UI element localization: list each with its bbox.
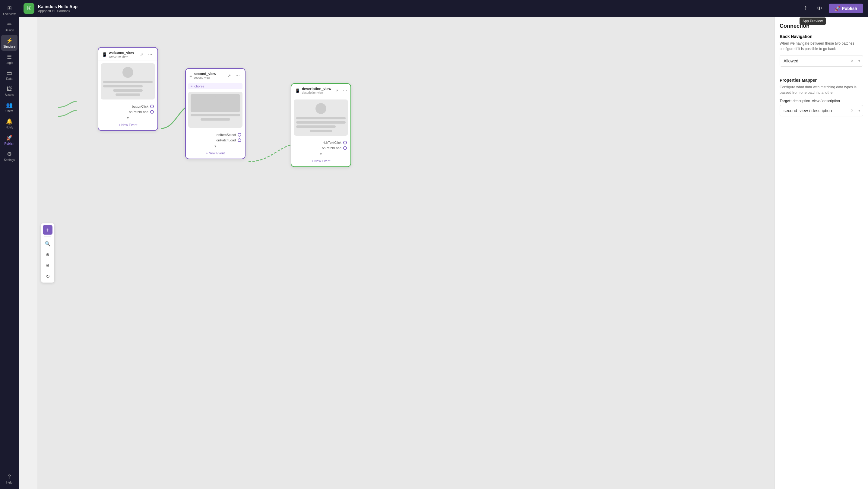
description-events: richTextClick onPatchLoad ▾ + New Event (291, 138, 350, 166)
allowed-clear-icon[interactable]: × (851, 58, 854, 64)
description-more-button[interactable]: ⋯ (341, 87, 349, 94)
description-patch-load-row: onPatchLoad (295, 145, 347, 151)
back-nav-title: Back Navigation (780, 34, 863, 39)
second-title-block: second_view second view (194, 72, 224, 79)
second-more-button[interactable]: ⋯ (234, 72, 241, 79)
welcome-view-node: 📱 welcome_view welcome view ↗ ⋯ (98, 47, 158, 131)
second-view-node: ≡ second_view second view ↗ ⋯ ≡ chores (185, 68, 246, 159)
description-avatar (315, 103, 326, 114)
description-line-3 (296, 125, 336, 128)
app-subtitle: Appspotr SL Sandbox (38, 9, 78, 13)
overview-icon: ⊞ (7, 5, 12, 11)
welcome-events: buttonClick onPatchLoad ▾ + New Event (98, 102, 157, 130)
refresh-layout-button[interactable]: ↻ (43, 271, 53, 281)
app-preview-tooltip: App Preview (800, 18, 826, 25)
canvas-toolbar: + 🔍 ⊕ ⊖ ↻ (41, 223, 54, 283)
description-new-event-button[interactable]: + New Event (295, 157, 347, 165)
description-phone-mock (294, 99, 348, 136)
list-icon: ≡ (189, 73, 192, 78)
sidebar-item-data[interactable]: 🗃 Data (1, 68, 18, 83)
welcome-patch-load-dot[interactable] (150, 110, 154, 113)
target-label: Target: description_view / description (780, 99, 863, 103)
second-phone-mock (188, 92, 243, 128)
welcome-expand-button[interactable]: ↗ (138, 51, 145, 58)
app-info: Kalindu's Hello App Appspotr SL Sandbox (38, 4, 78, 13)
preview-icon-button[interactable]: 👁 (814, 3, 825, 14)
welcome-phone-mock (101, 63, 155, 99)
sidebar-item-assets[interactable]: 🖼 Assets (1, 84, 18, 99)
right-panel: Connection Back Navigation When we navig… (775, 17, 868, 489)
sidebar-item-design[interactable]: ✏ Design (1, 19, 18, 34)
welcome-button-click-label: buttonClick (132, 105, 148, 108)
phone-icon: 📱 (102, 52, 107, 57)
second-new-event-button[interactable]: + New Event (189, 150, 241, 157)
second-phone-rect (191, 94, 240, 112)
description-title-block: description_view description view (302, 87, 331, 94)
welcome-more-button[interactable]: ⋯ (147, 51, 154, 58)
users-icon: 👥 (6, 102, 13, 108)
description-expand-events[interactable]: ▾ (295, 151, 347, 157)
data-icon: 🗃 (7, 70, 12, 76)
sidebar-item-overview[interactable]: ⊞ Overview (1, 2, 18, 18)
second-item-select-label: onItemSelect (217, 133, 236, 137)
notify-icon: 🔔 (6, 118, 13, 125)
second-expand-button[interactable]: ↗ (226, 72, 233, 79)
welcome-node-header: 📱 welcome_view welcome view ↗ ⋯ (98, 47, 157, 61)
second-events: onItemSelect onPatchLoad ▾ + New Event (186, 130, 245, 159)
welcome-new-event-button[interactable]: + New Event (102, 121, 154, 128)
allowed-arrow-icon: ▾ (858, 59, 860, 63)
description-view-node: 📱 description_view description view ↗ ⋯ (291, 83, 351, 167)
sidebar: ⊞ Overview ✏ Design ⚡ Structure ☰ Logic … (0, 0, 19, 489)
add-node-button[interactable]: + (43, 225, 53, 235)
description-phone-icon: 📱 (295, 88, 300, 93)
panel-divider (780, 73, 863, 73)
second-node-subtitle: second view (194, 76, 224, 79)
topbar: K Kalindu's Hello App Appspotr SL Sandbo… (19, 0, 868, 17)
second-item-select-row: onItemSelect (189, 132, 241, 137)
sidebar-item-publish[interactable]: 🚀 Publish (1, 132, 18, 148)
assets-icon: 🖼 (7, 86, 12, 92)
description-node-subtitle: description view (302, 91, 331, 94)
sidebar-item-structure[interactable]: ⚡ Structure (1, 35, 18, 51)
description-patch-load-label: onPatchLoad (322, 146, 341, 150)
description-node-header: 📱 description_view description view ↗ ⋯ (291, 84, 350, 97)
second-line-2 (200, 118, 230, 121)
sidebar-item-logic[interactable]: ☰ Logic (1, 51, 18, 67)
sidebar-item-notify[interactable]: 🔔 Notify (1, 116, 18, 131)
second-item-select-dot[interactable] (238, 133, 241, 137)
description-line-4 (310, 130, 332, 132)
second-patch-load-dot[interactable] (238, 138, 241, 142)
welcome-button-click-dot[interactable] (150, 105, 154, 108)
app-icon: K (24, 3, 34, 14)
description-rich-text-row: richTextClick (295, 140, 347, 145)
sidebar-item-help[interactable]: ? Help (1, 471, 18, 487)
canvas[interactable]: + 🔍 ⊕ ⊖ ↻ 📱 welcome_view welcome view ↗ … (37, 17, 775, 489)
description-expand-button[interactable]: ↗ (333, 87, 340, 94)
design-icon: ✏ (7, 21, 12, 28)
app-name: Kalindu's Hello App (38, 4, 78, 9)
description-patch-load-dot[interactable] (343, 146, 347, 150)
welcome-expand-events[interactable]: ▾ (102, 115, 154, 121)
zoom-in-button[interactable]: ⊕ (43, 250, 53, 259)
share-icon-button[interactable]: ⤴ (800, 3, 811, 14)
second-patch-load-label: onPatchLoad (216, 138, 236, 142)
source-clear-icon[interactable]: × (851, 108, 854, 113)
welcome-patch-load-row: onPatchLoad (102, 109, 154, 115)
sidebar-item-settings[interactable]: ⚙ Settings (1, 148, 18, 164)
second-avatar (210, 96, 221, 107)
allowed-select-wrapper: Allowed Not Allowed × ▾ (780, 55, 863, 67)
publish-button[interactable]: 🚀 Publish (829, 4, 863, 13)
structure-icon: ⚡ (6, 37, 13, 44)
description-rich-text-dot[interactable] (343, 141, 347, 144)
description-line-1 (296, 117, 346, 119)
welcome-line-1 (103, 81, 153, 83)
sidebar-item-users[interactable]: 👥 Users (1, 99, 18, 115)
back-nav-desc: When we navigate between these two patch… (780, 41, 863, 52)
welcome-patch-load-label: onPatchLoad (129, 110, 148, 113)
search-canvas-button[interactable]: 🔍 (43, 239, 53, 249)
source-arrow-icon: ▾ (858, 108, 860, 113)
zoom-out-button[interactable]: ⊖ (43, 260, 53, 270)
second-expand-events[interactable]: ▾ (189, 143, 241, 150)
welcome-node-title: welcome_view (109, 51, 136, 55)
chores-icon: ≡ (191, 85, 192, 88)
